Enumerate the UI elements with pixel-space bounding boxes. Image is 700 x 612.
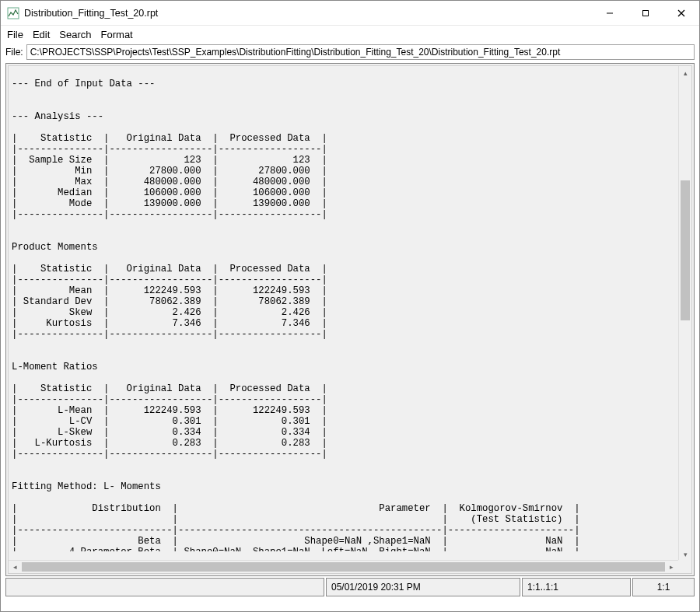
scroll-up-icon[interactable]: ▴ — [679, 66, 691, 79]
report-text[interactable]: --- End of Input Data --- --- Analysis -… — [9, 75, 679, 551]
statusbar: 05/01/2019 20:31 PM 1:1..1:1 1:1 — [5, 578, 695, 596]
close-button[interactable] — [663, 2, 699, 25]
scroll-left-icon[interactable]: ◂ — [9, 561, 22, 573]
titlebar: Distribution_Fitting_Test_20.rpt — [1, 1, 699, 26]
status-cursor: 1:1 — [632, 578, 695, 596]
content-inner: --- End of Input Data --- --- Analysis -… — [8, 65, 692, 574]
status-message — [5, 578, 324, 596]
vscroll-track[interactable] — [679, 79, 691, 547]
horizontal-scrollbar[interactable]: ◂ ▸ — [9, 560, 678, 573]
hscroll-thumb[interactable] — [22, 562, 665, 572]
app-icon — [7, 7, 19, 19]
file-path-row: File: — [1, 43, 699, 63]
vertical-scrollbar[interactable]: ▴ ▾ — [678, 66, 691, 561]
window-title: Distribution_Fitting_Test_20.rpt — [24, 8, 592, 19]
menu-file[interactable]: File — [4, 27, 30, 42]
menu-search[interactable]: Search — [56, 27, 97, 42]
svg-rect-2 — [643, 10, 649, 16]
menubar: File Edit Search Format — [1, 26, 699, 43]
vscroll-thumb[interactable] — [681, 180, 690, 320]
window-controls — [592, 2, 699, 25]
menu-edit[interactable]: Edit — [30, 27, 56, 42]
file-path-input[interactable] — [26, 44, 695, 60]
menu-format[interactable]: Format — [98, 27, 139, 42]
status-datetime: 05/01/2019 20:31 PM — [326, 578, 520, 596]
content-frame: --- End of Input Data --- --- Analysis -… — [5, 63, 695, 576]
status-position: 1:1..1:1 — [522, 578, 631, 596]
scroll-corner — [678, 560, 691, 573]
minimize-button[interactable] — [592, 2, 628, 25]
maximize-button[interactable] — [628, 2, 663, 25]
scroll-right-icon[interactable]: ▸ — [665, 561, 678, 573]
scroll-down-icon[interactable]: ▾ — [679, 547, 691, 561]
file-label: File: — [5, 47, 23, 58]
